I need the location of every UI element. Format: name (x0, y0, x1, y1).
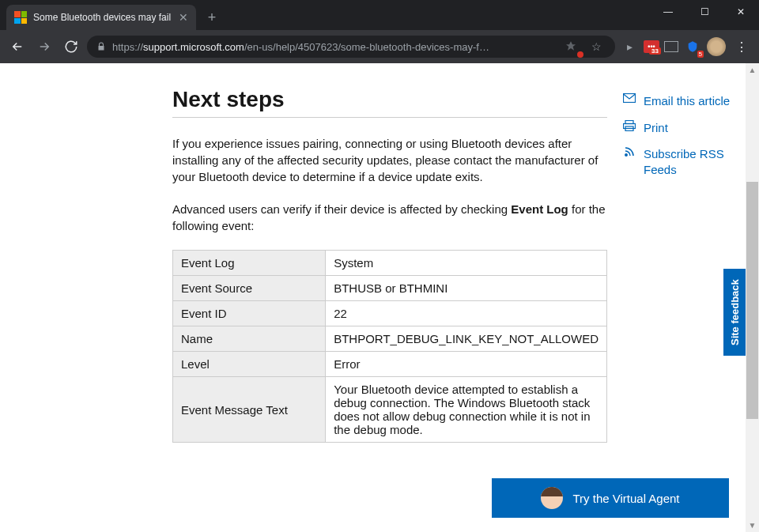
window-controls: ― ☐ ✕ (650, 0, 759, 24)
table-row: Event Message TextYour Bluetooth device … (173, 377, 607, 443)
table-value: Error (326, 352, 607, 377)
svg-rect-1 (625, 120, 633, 123)
vertical-scrollbar[interactable]: ▲ ▼ (746, 63, 759, 532)
table-key: Event Message Text (173, 377, 326, 443)
tab-title: Some Bluetooth devices may fail (33, 12, 172, 23)
tab-close-icon[interactable]: ✕ (179, 11, 188, 24)
close-window-button[interactable]: ✕ (723, 0, 759, 24)
article-sidebar: Email this article Print Subscribe RSS F… (623, 87, 742, 443)
address-bar[interactable]: https://support.microsoft.com/en-us/help… (87, 36, 615, 58)
browser-menu-icon[interactable]: ⋮ (731, 40, 753, 55)
extension-news-icon[interactable] (664, 41, 678, 52)
table-value: 22 (326, 301, 607, 326)
table-row: Event SourceBTHUSB or BTHMINI (173, 276, 607, 301)
table-row: LevelError (173, 352, 607, 377)
event-log-table: Event LogSystemEvent SourceBTHUSB or BTH… (172, 250, 607, 443)
scroll-up-arrow[interactable]: ▲ (746, 63, 759, 77)
print-icon (623, 120, 636, 131)
email-icon (623, 93, 636, 103)
site-feedback-tab[interactable]: Site feedback (723, 269, 746, 356)
forward-button[interactable] (33, 36, 55, 58)
rss-link[interactable]: Subscribe RSS Feeds (623, 146, 742, 177)
table-value: BTHPORT_DEBUG_LINK_KEY_NOT_ALLOWED (326, 326, 607, 352)
minimize-button[interactable]: ― (650, 0, 686, 24)
table-key: Event Source (173, 276, 326, 301)
page-viewport: Next steps If you experience issues pair… (0, 63, 759, 532)
scroll-down-arrow[interactable]: ▼ (746, 519, 759, 532)
table-row: NameBTHPORT_DEBUG_LINK_KEY_NOT_ALLOWED (173, 326, 607, 352)
url-text: https://support.microsoft.com/en-us/help… (112, 41, 555, 53)
new-tab-button[interactable]: + (201, 6, 223, 28)
back-button[interactable] (6, 36, 28, 58)
virtual-agent-button[interactable]: Try the Virtual Agent (492, 478, 729, 518)
paragraph-advanced: Advanced users can verify if their devic… (172, 201, 607, 234)
maximize-button[interactable]: ☐ (686, 0, 723, 24)
browser-tab[interactable]: Some Bluetooth devices may fail ✕ (6, 5, 196, 30)
reload-button[interactable] (60, 36, 82, 58)
heading-next-steps: Next steps (172, 87, 607, 118)
translate-icon[interactable] (561, 37, 580, 56)
scrollbar-thumb[interactable] (746, 182, 758, 419)
browser-toolbar: https://support.microsoft.com/en-us/help… (0, 30, 759, 63)
email-article-link[interactable]: Email this article (623, 93, 742, 109)
profile-avatar[interactable] (707, 37, 726, 56)
paragraph-intro: If you experience issues pairing, connec… (172, 135, 607, 185)
article-main: Next steps If you experience issues pair… (172, 87, 607, 443)
print-link[interactable]: Print (623, 120, 742, 136)
table-key: Name (173, 326, 326, 352)
extension-lastpass-icon[interactable]: ••• (644, 40, 659, 53)
table-row: Event ID22 (173, 301, 607, 326)
svg-point-4 (625, 154, 627, 156)
extension-play-icon[interactable]: ▸ (620, 37, 639, 56)
rss-icon (623, 146, 636, 157)
table-key: Event ID (173, 301, 326, 326)
table-value: BTHUSB or BTHMINI (326, 276, 607, 301)
table-key: Event Log (173, 251, 326, 276)
extension-shield-icon[interactable]: 5 (683, 37, 702, 56)
bookmark-star-icon[interactable]: ☆ (587, 37, 606, 56)
table-row: Event LogSystem (173, 251, 607, 276)
microsoft-favicon (14, 11, 27, 24)
virtual-agent-avatar-icon (541, 487, 563, 509)
table-value: Your Bluetooth device attempted to estab… (326, 377, 607, 443)
browser-titlebar: Some Bluetooth devices may fail ✕ + ― ☐ … (0, 0, 759, 30)
table-value: System (326, 251, 607, 276)
table-key: Level (173, 352, 326, 377)
lock-icon (96, 42, 106, 51)
